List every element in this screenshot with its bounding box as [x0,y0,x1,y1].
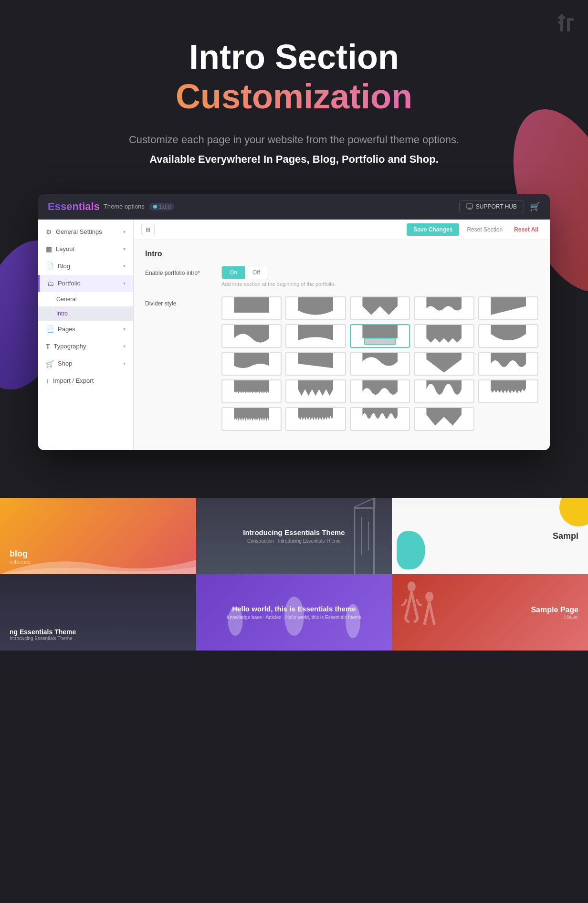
divider-option-11[interactable] [221,352,282,376]
sidebar-sub-item-intro[interactable]: Intro [38,306,133,321]
svg-rect-11 [354,507,375,509]
card-blog-tag: blog [10,549,31,559]
card-introducing-text: Introducing Essentials Theme Constructio… [196,528,392,544]
sidebar-item-import-export[interactable]: ↕ Import / Export [38,372,133,389]
divider-option-15[interactable] [478,352,538,376]
divider-option-16[interactable] [221,379,282,403]
typography-icon: T [46,343,50,350]
app-window: Essentials Theme options 1.0.0 SUPPORT H… [38,194,550,450]
divider-option-20[interactable] [478,379,538,403]
sidebar: ⚙ General Settings ▾ ▦ Layout ▾ 📄 Blog [38,220,134,450]
cart-icon[interactable]: 🛒 [530,201,540,212]
divider-option-8[interactable] [350,324,410,348]
svg-rect-5 [467,204,472,208]
divider-option-19[interactable] [414,379,474,403]
save-changes-button[interactable]: Save Changes [407,223,459,236]
chevron-down-icon-7: ▾ [123,361,126,366]
chevron-down-icon-4: ▾ [123,281,126,286]
divider-option-13[interactable] [350,352,410,376]
sidebar-item-pages[interactable]: 📃 Pages ▾ [38,321,133,338]
app-titlebar: Essentials Theme options 1.0.0 SUPPORT H… [38,194,550,220]
toggle-on-button[interactable]: On [222,266,245,279]
expand-icon-button[interactable]: ⊞ [141,224,155,235]
card-sample-red-sub: Ebasic [531,614,578,619]
main-content: ⊞ Save Changes Reset Section Reset All I… [134,220,550,450]
card-sample-red-title: Sample Page [531,605,578,614]
divider-option-9[interactable] [414,324,474,348]
showcase-row-2: ng Essentials Theme Introducing Essentia… [0,574,588,651]
support-hub-button[interactable]: SUPPORT HUB [459,200,524,213]
card-blog-subtitle: influence [10,559,31,565]
divider-grid [221,296,538,431]
card-dark-sub: Introducing Essentials Theme [10,636,76,641]
card-introducing-breadcrumb: Construction · Introducing Essentials Th… [196,538,392,544]
divider-style-label: Divider style [145,296,221,307]
hero-section: Intro Section Customization Customize ea… [0,0,588,194]
content-toolbar: ⊞ Save Changes Reset Section Reset All [134,220,550,240]
divider-option-24[interactable] [414,407,474,431]
chevron-down-icon-2: ▾ [123,246,126,252]
blog-icon: 📄 [46,262,54,270]
sidebar-item-portfolio[interactable]: 🗂 Portfolio ▾ [38,275,133,292]
gear-icon: ⚙ [46,228,52,236]
showcase-card-sample-red: Sample Page Ebasic [392,574,588,651]
app-body: ⚙ General Settings ▾ ▦ Layout ▾ 📄 Blog [38,220,550,450]
app-logo: Essentials [48,200,100,213]
divider-option-17[interactable] [285,379,346,403]
divider-option-12[interactable] [285,352,346,376]
card-sample-red-text: Sample Page Ebasic [531,605,578,619]
layout-icon: ▦ [46,245,52,253]
sidebar-item-shop[interactable]: 🛒 Shop ▾ [38,355,133,372]
toggle-off-button[interactable]: Off [245,266,268,279]
enable-intro-hint: Add intro section at the beginning of th… [221,281,538,287]
hero-title-white: Intro Section [48,38,540,76]
divider-option-18[interactable] [350,379,410,403]
enable-intro-field: Enable portfolio intro* On Off Add intro… [145,266,538,287]
enable-intro-label: Enable portfolio intro* [145,266,221,276]
portfolio-icon: 🗂 [47,280,54,287]
toggle-group: On Off [221,266,268,279]
divider-option-4[interactable] [414,296,474,320]
showcase-card-hello: Hello world, this is Essentials theme Kn… [196,574,392,651]
divider-option-1[interactable] [221,296,282,320]
card-introducing-title: Introducing Essentials Theme [196,528,392,536]
sidebar-item-general-settings[interactable]: ⚙ General Settings ▾ [38,223,133,241]
divider-option-6[interactable] [221,324,282,348]
theme-options-label: Theme options [104,203,145,210]
divider-option-10[interactable] [478,324,538,348]
sidebar-item-typography[interactable]: T Typography ▾ [38,338,133,355]
reset-all-button[interactable]: Reset All [510,224,542,235]
chevron-down-icon-6: ▾ [123,344,126,349]
divider-option-7[interactable] [285,324,346,348]
hero-title-gradient: Customization [48,76,540,117]
divider-option-23[interactable] [350,407,410,431]
divider-style-field: Divider style [145,296,538,431]
showcase-section: blog influence Introducing Essentials Th… [0,479,588,679]
svg-rect-6 [468,209,472,210]
showcase-card-sample-white: Sampl [392,498,588,574]
showcase-card-introducing-dark: ng Essentials Theme Introducing Essentia… [0,574,196,651]
divider-option-2[interactable] [285,296,346,320]
content-section: Intro Enable portfolio intro* On Off Add… [134,240,550,450]
card-hello-sub: Knowledge base · Articles · Hello world,… [196,615,392,620]
showcase-row-1: blog influence Introducing Essentials Th… [0,498,588,574]
sidebar-item-blog[interactable]: 📄 Blog ▾ [38,258,133,275]
teal-shape [397,531,425,569]
version-badge: 1.0.0 [149,203,174,210]
card-sample-text: Sampl [553,531,578,541]
card-hello-title: Hello world, this is Essentials theme [196,605,392,613]
divider-option-21[interactable] [221,407,282,431]
pages-icon: 📃 [46,326,54,333]
reset-section-button[interactable]: Reset Section [463,224,506,235]
sidebar-sub-item-general[interactable]: General [38,292,133,306]
svg-point-20 [408,581,416,591]
divider-option-3[interactable] [350,296,410,320]
divider-option-22[interactable] [285,407,346,431]
sidebar-item-layout[interactable]: ▦ Layout ▾ [38,241,133,258]
card-hello-text: Hello world, this is Essentials theme Kn… [196,605,392,620]
card-blog-text: blog influence [10,549,31,565]
divider-option-14[interactable] [414,352,474,376]
enable-intro-control: On Off Add intro section at the beginnin… [221,266,538,287]
yellow-circle [559,498,588,526]
divider-option-5[interactable] [478,296,538,320]
